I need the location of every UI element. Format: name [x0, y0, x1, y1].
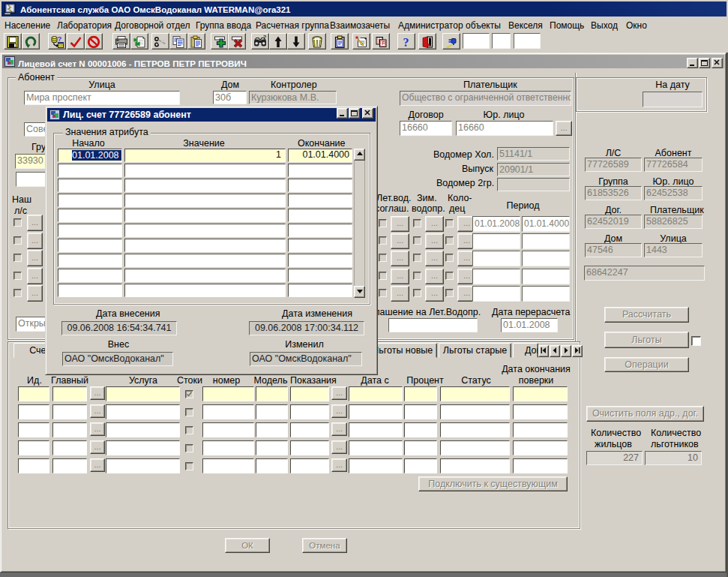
svg-text:?: ?: [403, 36, 409, 49]
svg-text:FI: FI: [382, 41, 386, 46]
svg-text:?: ?: [263, 35, 267, 41]
svg-text:?: ?: [58, 35, 62, 43]
